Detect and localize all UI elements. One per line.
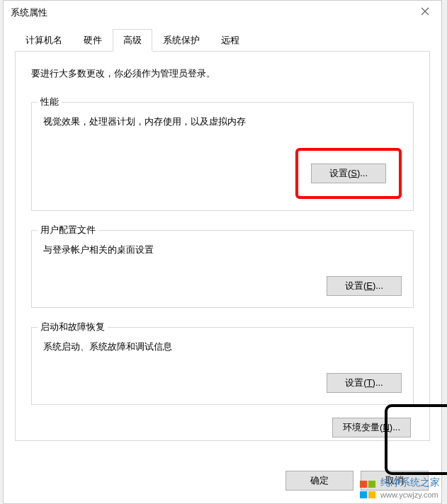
env-variables-row: 环境变量(N)... [31, 418, 414, 437]
performance-desc: 视觉效果，处理器计划，内存使用，以及虚拟内存 [43, 115, 402, 128]
tab-remote[interactable]: 远程 [210, 29, 250, 51]
startup-recovery-settings-button[interactable]: 设置(T)... [327, 373, 402, 393]
startup-recovery-desc: 系统启动、系统故障和调试信息 [43, 340, 402, 353]
startup-recovery-group: 启动和故障恢复 系统启动、系统故障和调试信息 设置(T)... [31, 321, 414, 405]
content-area: 计算机名 硬件 高级 系统保护 远程 要进行大多数更改，你必须作为管理员登录。 … [15, 29, 430, 461]
performance-group: 性能 视觉效果，处理器计划，内存使用，以及虚拟内存 设置(S)... [31, 96, 414, 211]
background-decoration [385, 404, 447, 475]
tab-strip: 计算机名 硬件 高级 系统保护 远程 [15, 29, 430, 52]
performance-highlight: 设置(S)... [295, 148, 402, 199]
titlebar: 系统属性 [4, 1, 441, 25]
performance-legend: 性能 [38, 96, 62, 108]
tab-hardware[interactable]: 硬件 [73, 29, 113, 51]
user-profiles-legend: 用户配置文件 [38, 224, 98, 236]
system-properties-window: 系统属性 计算机名 硬件 高级 系统保护 远程 要进行大多数更改，你必须作为管理… [3, 0, 442, 504]
user-profiles-desc: 与登录帐户相关的桌面设置 [43, 244, 402, 256]
advanced-panel: 要进行大多数更改，你必须作为管理员登录。 性能 视觉效果，处理器计划，内存使用，… [15, 52, 430, 441]
tab-advanced[interactable]: 高级 [113, 29, 152, 52]
close-button[interactable] [409, 1, 441, 22]
user-profiles-settings-button[interactable]: 设置(E)... [327, 276, 402, 296]
admin-note: 要进行大多数更改，你必须作为管理员登录。 [31, 67, 414, 80]
tab-system-protection[interactable]: 系统保护 [152, 29, 210, 51]
user-profiles-group: 用户配置文件 与登录帐户相关的桌面设置 设置(E)... [31, 224, 414, 308]
window-title: 系统属性 [11, 6, 47, 19]
performance-settings-button[interactable]: 设置(S)... [311, 164, 386, 183]
close-icon [421, 7, 429, 16]
tab-computer-name[interactable]: 计算机名 [15, 29, 73, 51]
ok-button[interactable]: 确定 [285, 471, 353, 491]
startup-recovery-legend: 启动和故障恢复 [38, 321, 108, 333]
